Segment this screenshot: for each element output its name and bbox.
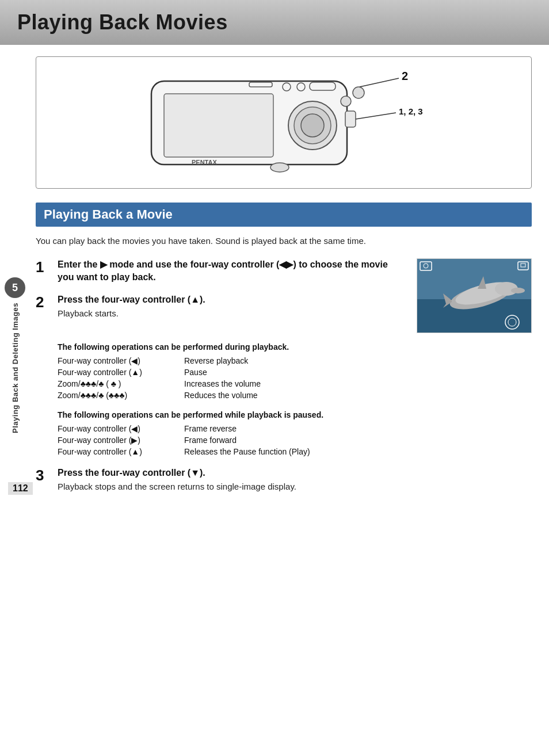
dolphin-svg xyxy=(417,259,532,333)
operations-paused-table: Four-way controller (◀) Frame reverse Fo… xyxy=(58,423,319,457)
table-row: Four-way controller (▲) Pause xyxy=(58,366,270,378)
svg-point-23 xyxy=(511,288,525,293)
operations-paused-block: The following operations can be performe… xyxy=(58,410,532,457)
control-cell: Four-way controller (▲) xyxy=(58,366,184,378)
svg-line-14 xyxy=(360,78,399,87)
chapter-number: 5 xyxy=(5,277,25,298)
table-row: Four-way controller (◀) Reverse playback xyxy=(58,355,270,366)
control-cell: Four-way controller (◀) xyxy=(58,355,184,366)
action-cell: Increases the volume xyxy=(184,378,270,390)
action-cell: Reverse playback xyxy=(184,355,270,366)
sidebar-label: Playing Back and Deleting Images xyxy=(11,303,20,433)
operations-during-title: The following operations can be performe… xyxy=(58,342,532,352)
svg-rect-5 xyxy=(164,94,273,157)
step-2-row: 2 Press the four-way controller (▲). Pla… xyxy=(36,293,405,320)
control-cell: Zoom/♣♣♣/♣ (♣♣♣) xyxy=(58,390,184,401)
table-row: Zoom/♣♣♣/♣ (♣♣♣) Reduces the volume xyxy=(58,390,270,401)
step-3-content: Press the four-way controller (▼). Playb… xyxy=(58,467,532,494)
step-2-content: Press the four-way controller (▲). Playb… xyxy=(58,293,405,320)
step-3-desc: Playback stops and the screen returns to… xyxy=(58,480,532,494)
control-cell: Four-way controller (▲) xyxy=(58,446,184,457)
step-3-row: 3 Press the four-way controller (▼). Pla… xyxy=(36,467,532,494)
step-3-number: 3 xyxy=(36,467,58,484)
camera-diagram: PENTAX 2 1, 2, 3 xyxy=(36,56,532,189)
action-cell: Frame reverse xyxy=(184,423,319,434)
table-row: Zoom/♣♣♣/♣ ( ♣ ) Increases the volume xyxy=(58,378,270,390)
step-1-content: Enter the ▶ mode and use the four-way co… xyxy=(58,258,405,284)
svg-point-13 xyxy=(353,87,364,98)
svg-line-16 xyxy=(356,113,396,119)
svg-text:2: 2 xyxy=(402,70,408,82)
page-number: 112 xyxy=(8,482,33,495)
action-cell: Reduces the volume xyxy=(184,390,270,401)
svg-text:PENTAX: PENTAX xyxy=(192,159,217,166)
dolphin-image xyxy=(417,258,532,333)
step-2-desc: Playback starts. xyxy=(58,307,405,320)
operations-during-table: Four-way controller (◀) Reverse playback… xyxy=(58,355,270,401)
camera-svg: PENTAX 2 1, 2, 3 xyxy=(134,70,433,176)
control-cell: Four-way controller (▶) xyxy=(58,434,184,446)
step-2-number: 2 xyxy=(36,293,58,311)
step-2-title: Press the four-way controller (▲). xyxy=(58,295,205,304)
operations-during-block: The following operations can be performe… xyxy=(58,342,532,401)
step-1-number: 1 xyxy=(36,258,58,276)
control-cell: Zoom/♣♣♣/♣ ( ♣ ) xyxy=(58,378,184,390)
action-cell: Pause xyxy=(184,366,270,378)
operations-paused-title: The following operations can be performe… xyxy=(58,410,532,419)
svg-point-12 xyxy=(270,163,289,172)
intro-text: You can play back the movies you have ta… xyxy=(36,235,532,248)
table-row: Four-way controller (▲) Releases the Pau… xyxy=(58,446,319,457)
page-title-bar: Playing Back Movies xyxy=(0,0,549,45)
svg-point-9 xyxy=(301,114,324,137)
svg-text:1, 2, 3: 1, 2, 3 xyxy=(399,106,423,116)
table-row: Four-way controller (◀) Frame reverse xyxy=(58,423,319,434)
svg-rect-11 xyxy=(345,111,356,127)
action-cell: Releases the Pause function (Play) xyxy=(184,446,319,457)
sidebar: 5 Playing Back and Deleting Images xyxy=(0,45,30,505)
svg-point-10 xyxy=(341,96,351,106)
steps-area: 1 Enter the ▶ mode and use the four-way … xyxy=(36,258,532,494)
action-cell: Frame forward xyxy=(184,434,319,446)
step-3-title: Press the four-way controller (▼). xyxy=(58,468,205,478)
table-row: Four-way controller (▶) Frame forward xyxy=(58,434,319,446)
page-title: Playing Back Movies xyxy=(17,10,532,35)
step-1-row: 1 Enter the ▶ mode and use the four-way … xyxy=(36,258,405,284)
section-header: Playing Back a Movie xyxy=(36,203,532,227)
step-1-title: Enter the ▶ mode and use the four-way co… xyxy=(58,259,388,282)
control-cell: Four-way controller (◀) xyxy=(58,423,184,434)
